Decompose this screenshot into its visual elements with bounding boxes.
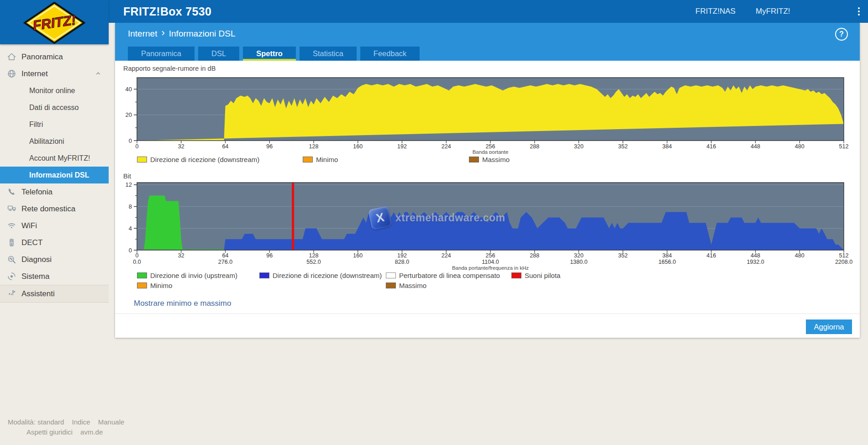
sidebar-item-filtri[interactable]: Filtri (0, 116, 109, 133)
legend-label: Direzione di ricezione (downstream) (273, 272, 382, 279)
legend-item-suoni-pilota: Suoni pilota (511, 272, 560, 279)
svg-text:1380.0: 1380.0 (570, 259, 587, 265)
refresh-button[interactable]: Aggiorna (806, 319, 852, 334)
sidebar-item-dect[interactable]: DECT (0, 234, 109, 251)
svg-text:416: 416 (706, 143, 716, 150)
sidebar-item-dati-di-accesso[interactable]: Dati di accesso (0, 99, 109, 116)
fritznas-link[interactable]: FRITZ!NAS (695, 0, 736, 23)
svg-text:Rapporto segnale-rumore in dB: Rapporto segnale-rumore in dB (123, 65, 216, 72)
tab-feedback[interactable]: Feedback (360, 47, 420, 61)
sidebar-item-account-myfritz[interactable]: Account MyFRITZ! (0, 150, 109, 167)
footer-mode[interactable]: Modalità: standard (8, 418, 64, 426)
footer-avm-link[interactable]: avm.de (80, 428, 103, 436)
tab-panoramica[interactable]: Panoramica (128, 47, 195, 61)
tab-statistica[interactable]: Statistica (300, 47, 357, 61)
home-icon (7, 52, 16, 62)
legend-label: Massimo (482, 156, 510, 163)
svg-text:448: 448 (751, 252, 760, 259)
legend-swatch (469, 157, 479, 162)
svg-text:352: 352 (618, 143, 628, 150)
footer-legal-link[interactable]: Aspetti giuridici (26, 428, 73, 436)
page-title: FRITZ!Box 7530 (123, 0, 211, 23)
sidebar-item-sistema[interactable]: Sistema (0, 268, 109, 285)
sidebar-item-panoramica[interactable]: Panoramica (0, 48, 109, 65)
sidebar-item-internet[interactable]: Internet (0, 65, 109, 82)
svg-text:448: 448 (751, 143, 760, 150)
svg-text:552.0: 552.0 (306, 259, 321, 265)
legend-swatch (137, 272, 147, 278)
network-icon (7, 204, 16, 214)
sidebar-item-label: WiFi (21, 221, 37, 230)
svg-text:12: 12 (126, 181, 132, 188)
show-minmax-link[interactable]: Mostrare minimo e massimo (134, 299, 231, 308)
sidebar-item-wifi[interactable]: WiFi (0, 217, 109, 234)
legend-swatch (511, 272, 521, 278)
svg-text:192: 192 (397, 252, 407, 259)
svg-text:1932.0: 1932.0 (747, 259, 764, 265)
sidebar-item-label: Rete domestica (21, 204, 75, 214)
sidebar-item-label: DECT (21, 238, 42, 247)
svg-text:32: 32 (178, 252, 184, 259)
sidebar-item-label: Assistenti (21, 289, 55, 298)
svg-text:320: 320 (574, 252, 584, 259)
diagnosis-icon (7, 255, 16, 264)
svg-text:276.0: 276.0 (218, 259, 232, 265)
legend-item-direzione-di-ricezione-downstream: Direzione di ricezione (downstream) (259, 272, 382, 279)
tab-bar: PanoramicaDSLSpettroStatisticaFeedback (128, 47, 420, 61)
sidebar-item-monitor-online[interactable]: Monitor online (0, 82, 109, 99)
legend-item-perturbatore-di-linea-compensato: Perturbatore di linea compensato (386, 272, 500, 279)
sidebar-item-label: Sistema (21, 272, 49, 281)
sidebar-item-informazioni-dsl[interactable]: Informazioni DSL (0, 167, 109, 183)
tab-dsl[interactable]: DSL (198, 47, 239, 61)
breadcrumb-internet[interactable]: Internet (128, 29, 157, 39)
svg-text:416: 416 (706, 252, 716, 259)
svg-text:512: 512 (839, 252, 849, 259)
footer-manual-link[interactable]: Manuale (98, 418, 125, 426)
tab-spettro[interactable]: Spettro (243, 47, 296, 61)
main-panel: Internet › Informazioni DSL ? Panoramica… (115, 23, 860, 338)
footer-index-link[interactable]: Indice (72, 418, 90, 426)
sidebar-item-telefonia[interactable]: Telefonia (0, 183, 109, 200)
page-footer: Modalità: standard Indice Manuale Aspett… (8, 418, 130, 436)
snr-chart-legend: Direzione di ricezione (downstream)Minim… (115, 156, 860, 165)
svg-text:1104.0: 1104.0 (482, 259, 499, 265)
svg-text:128: 128 (309, 143, 319, 150)
legend-item-minimo: Minimo (303, 156, 338, 163)
legend-label: Minimo (150, 282, 172, 289)
svg-text:0: 0 (129, 247, 132, 254)
svg-text:96: 96 (266, 143, 273, 150)
legend-item-massimo: Massimo (386, 282, 426, 289)
svg-text:64: 64 (222, 143, 229, 150)
svg-text:224: 224 (442, 252, 451, 259)
svg-text:0.0: 0.0 (133, 259, 141, 265)
fritzbox-app: FRITZ!Box 7530 FRITZ!NAS MyFRITZ! FRITZ!… (0, 0, 868, 445)
legend-swatch (303, 157, 313, 162)
svg-text:2208.0: 2208.0 (835, 259, 852, 265)
svg-text:Banda portante: Banda portante (473, 149, 509, 154)
legend-swatch (386, 272, 396, 278)
legend-label: Direzione di ricezione (downstream) (150, 156, 259, 163)
svg-text:8: 8 (129, 203, 132, 210)
svg-text:4: 4 (129, 225, 132, 232)
top-header-bar: FRITZ!Box 7530 FRITZ!NAS MyFRITZ! (0, 0, 868, 23)
svg-text:480: 480 (795, 143, 805, 150)
svg-text:160: 160 (353, 252, 363, 259)
help-icon[interactable]: ? (835, 28, 848, 41)
svg-text:0: 0 (136, 252, 139, 259)
myfritz-link[interactable]: MyFRITZ! (756, 0, 790, 23)
svg-text:828.0: 828.0 (395, 259, 409, 265)
sidebar-item-assistenti[interactable]: Assistenti (0, 285, 109, 303)
svg-text:40: 40 (126, 86, 132, 93)
phone-icon (7, 187, 16, 197)
kebab-menu-icon[interactable] (855, 6, 863, 18)
svg-text:1656.0: 1656.0 (658, 259, 676, 265)
chevron-up-icon (94, 69, 102, 78)
breadcrumb-informazioni-dsl: Informazioni DSL (169, 29, 236, 39)
system-icon (7, 272, 16, 281)
sidebar-item-abilitazioni[interactable]: Abilitazioni (0, 133, 109, 150)
sidebar-item-diagnosi[interactable]: Diagnosi (0, 251, 109, 268)
svg-text:480: 480 (795, 252, 805, 259)
sidebar-item-rete-domestica[interactable]: Rete domestica (0, 200, 109, 217)
fritz-logo[interactable]: FRITZ! (0, 0, 109, 44)
svg-text:32: 32 (178, 143, 184, 150)
